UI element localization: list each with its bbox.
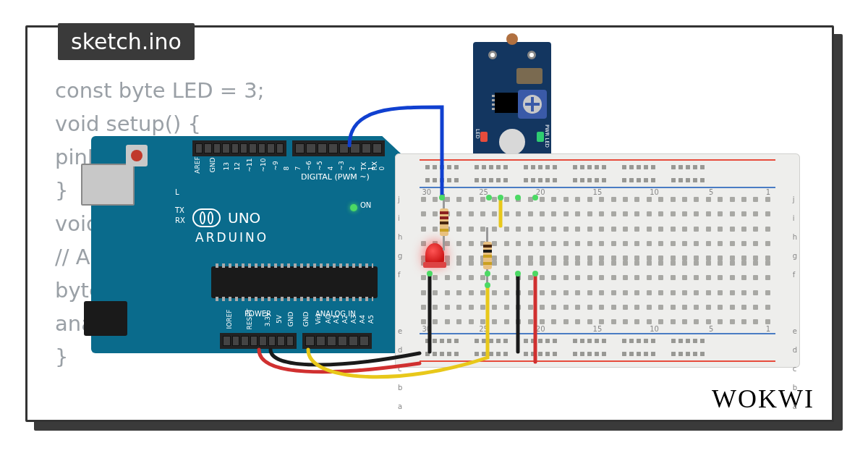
uno-logo: UNO bbox=[192, 208, 260, 227]
top-pin-labels: AREFGND1312~11~10~987~6~54~32TX 1RX 0 bbox=[192, 158, 383, 172]
rail-top bbox=[405, 159, 790, 188]
breadboard[interactable]: 302520151051 302520151051 jihgfedcba jih… bbox=[395, 153, 800, 368]
on-led-icon bbox=[350, 204, 357, 211]
reset-button[interactable] bbox=[126, 145, 148, 166]
resistor-220[interactable] bbox=[440, 208, 448, 236]
resistor-10k[interactable] bbox=[483, 242, 492, 269]
row-labels-left: jihgfedcba bbox=[398, 195, 402, 414]
ldr-icon bbox=[506, 33, 518, 45]
led-label-left: LED bbox=[475, 129, 480, 139]
on-label: ON bbox=[360, 201, 371, 209]
arduino-uno[interactable]: L TX RX UNO ARDUINO ON DIGITAL (PWM ~) P… bbox=[91, 136, 401, 353]
led-label-right: PWR LED bbox=[544, 124, 550, 148]
digital-label: DIGITAL (PWM ~) bbox=[301, 172, 370, 182]
atmega-chip bbox=[211, 266, 378, 298]
row-labels-right: jihgfedcba bbox=[793, 195, 797, 414]
terminal-bot[interactable] bbox=[405, 261, 790, 324]
d0-led bbox=[480, 132, 488, 142]
stage: sketch.ino const byte LED = 3; void setu… bbox=[25, 25, 843, 431]
rail-bot bbox=[405, 333, 790, 362]
col-labels-bot: 302520151051 bbox=[421, 325, 774, 333]
col-labels-top: 302520151051 bbox=[421, 188, 774, 196]
circuit-canvas[interactable]: L TX RX UNO ARDUINO ON DIGITAL (PWM ~) P… bbox=[91, 42, 800, 389]
l-label: L bbox=[175, 188, 179, 196]
sensor-cyl bbox=[499, 129, 525, 155]
uno-title: UNO bbox=[228, 209, 260, 227]
pwr-led bbox=[537, 132, 544, 142]
trimpot[interactable] bbox=[518, 90, 547, 119]
header-bot-left[interactable] bbox=[220, 333, 297, 349]
rail-top-holes bbox=[425, 165, 770, 182]
card: sketch.ino const byte LED = 3; void setu… bbox=[25, 25, 834, 422]
rail-bot-holes bbox=[425, 339, 770, 356]
infinity-icon bbox=[192, 208, 221, 227]
bot-pin-labels: IOREFRESET3.3V5VGNDGNDVinA0A1A2A3A4A5 bbox=[220, 316, 370, 323]
power-jack bbox=[84, 301, 127, 336]
txrx-labels: TX RX bbox=[175, 206, 185, 226]
usb-port bbox=[81, 164, 135, 206]
header-top-left[interactable] bbox=[192, 140, 286, 156]
led-red[interactable] bbox=[425, 243, 444, 265]
tx-label: TX bbox=[175, 206, 185, 216]
header-bot-right[interactable] bbox=[302, 333, 372, 349]
header-top-right[interactable] bbox=[292, 140, 385, 156]
mounting-holes bbox=[473, 51, 551, 59]
capacitor bbox=[516, 68, 542, 84]
terminal-top[interactable] bbox=[405, 197, 790, 261]
rx-label: RX bbox=[175, 216, 185, 226]
uno-subtitle: ARDUINO bbox=[195, 230, 268, 245]
